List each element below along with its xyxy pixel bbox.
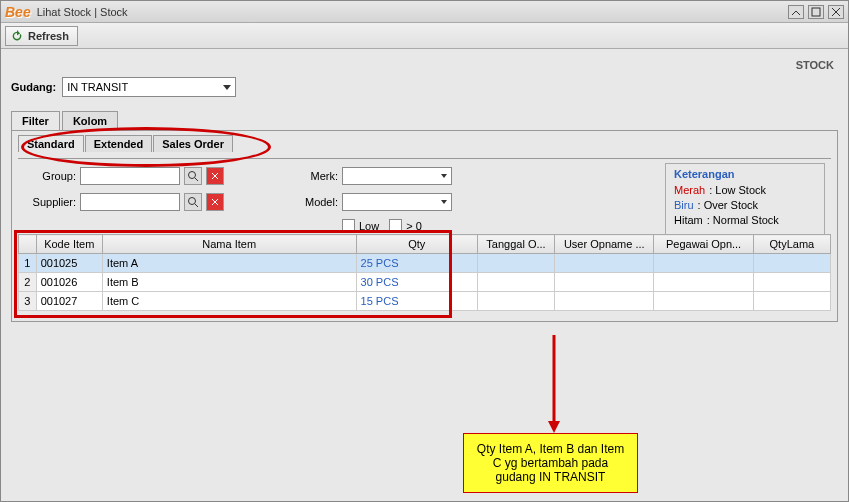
svg-rect-0: [812, 8, 820, 16]
supplier-input[interactable]: [80, 193, 180, 211]
window-title: Lihat Stock | Stock: [37, 6, 788, 18]
cell-kode: 001027: [36, 292, 102, 311]
clear-icon[interactable]: [206, 193, 224, 211]
page-title: STOCK: [796, 59, 834, 71]
gt0-checkbox[interactable]: [389, 219, 402, 232]
cell-rownum: 3: [19, 292, 37, 311]
tab-filter[interactable]: Filter: [11, 111, 60, 130]
cell-qtylama: [753, 292, 830, 311]
cell-nama: Item A: [102, 254, 356, 273]
gt0-label: > 0: [406, 220, 422, 232]
search-icon[interactable]: [184, 167, 202, 185]
close-icon[interactable]: [828, 5, 844, 19]
svg-point-2: [189, 198, 196, 205]
col-pegawai[interactable]: Pegawai Opn...: [654, 235, 753, 254]
svg-point-1: [189, 172, 196, 179]
gudang-select[interactable]: IN TRANSIT: [62, 77, 236, 97]
search-icon[interactable]: [184, 193, 202, 211]
low-label: Low: [359, 220, 379, 232]
refresh-icon: [10, 29, 24, 43]
subtab-salesorder[interactable]: Sales Order: [153, 135, 233, 152]
cell-pegawai: [654, 254, 753, 273]
col-qty[interactable]: Qty: [356, 235, 477, 254]
cell-qty: 25 PCS: [356, 254, 477, 273]
table-row[interactable]: 2001026Item B30 PCS: [19, 273, 831, 292]
cell-tgl: [477, 292, 554, 311]
supplier-label: Supplier:: [22, 196, 76, 208]
cell-user: [555, 273, 654, 292]
app-logo: Bee: [5, 4, 31, 20]
cell-user: [555, 254, 654, 273]
clear-icon[interactable]: [206, 167, 224, 185]
group-label: Group:: [22, 170, 76, 182]
cell-qtylama: [753, 273, 830, 292]
gudang-value: IN TRANSIT: [67, 81, 128, 93]
model-select[interactable]: [342, 193, 452, 211]
titlebar: Bee Lihat Stock | Stock: [1, 1, 848, 23]
cell-tgl: [477, 273, 554, 292]
cell-nama: Item C: [102, 292, 356, 311]
cell-user: [555, 292, 654, 311]
merk-select[interactable]: [342, 167, 452, 185]
subtab-extended[interactable]: Extended: [85, 135, 153, 152]
legend-merah-val: : Low Stock: [709, 184, 766, 196]
group-input[interactable]: [80, 167, 180, 185]
col-rownum[interactable]: [19, 235, 37, 254]
annotation-arrow: [544, 335, 564, 437]
col-tgl[interactable]: Tanggal O...: [477, 235, 554, 254]
cell-tgl: [477, 254, 554, 273]
table-row[interactable]: 3001027Item C15 PCS: [19, 292, 831, 311]
col-qtylama[interactable]: QtyLama: [753, 235, 830, 254]
cell-nama: Item B: [102, 273, 356, 292]
cell-rownum: 1: [19, 254, 37, 273]
col-kode[interactable]: Kode Item: [36, 235, 102, 254]
low-checkbox[interactable]: [342, 219, 355, 232]
toolbar: Refresh: [1, 23, 848, 49]
col-nama[interactable]: Nama Item: [102, 235, 356, 254]
merk-label: Merk:: [284, 170, 338, 182]
model-label: Model:: [284, 196, 338, 208]
legend-hitam-val: : Normal Stock: [707, 214, 779, 226]
subtab-standard[interactable]: Standard: [18, 135, 84, 152]
refresh-label: Refresh: [28, 30, 69, 42]
legend-biru-val: : Over Stock: [698, 199, 759, 211]
cell-rownum: 2: [19, 273, 37, 292]
refresh-button[interactable]: Refresh: [5, 26, 78, 46]
cell-qty: 30 PCS: [356, 273, 477, 292]
cell-qtylama: [753, 254, 830, 273]
legend-box: Keterangan Merah: Low Stock Biru: Over S…: [665, 163, 825, 236]
maximize-icon[interactable]: [808, 5, 824, 19]
gudang-label: Gudang:: [11, 81, 56, 93]
cell-pegawai: [654, 292, 753, 311]
legend-merah: Merah: [674, 184, 705, 196]
annotation-callout: Qty Item A, Item B dan Item C yg bertamb…: [463, 433, 638, 493]
legend-hitam: Hitam: [674, 214, 703, 226]
legend-biru: Biru: [674, 199, 694, 211]
tab-kolom[interactable]: Kolom: [62, 111, 118, 130]
cell-pegawai: [654, 273, 753, 292]
table-row[interactable]: 1001025Item A25 PCS: [19, 254, 831, 273]
minimize-icon[interactable]: [788, 5, 804, 19]
col-user[interactable]: User Opname ...: [555, 235, 654, 254]
cell-qty: 15 PCS: [356, 292, 477, 311]
tabstrip: Filter Kolom: [11, 111, 838, 130]
legend-title: Keterangan: [674, 168, 816, 180]
cell-kode: 001025: [36, 254, 102, 273]
stock-table: Kode Item Nama Item Qty Tanggal O... Use…: [18, 234, 831, 311]
cell-kode: 001026: [36, 273, 102, 292]
